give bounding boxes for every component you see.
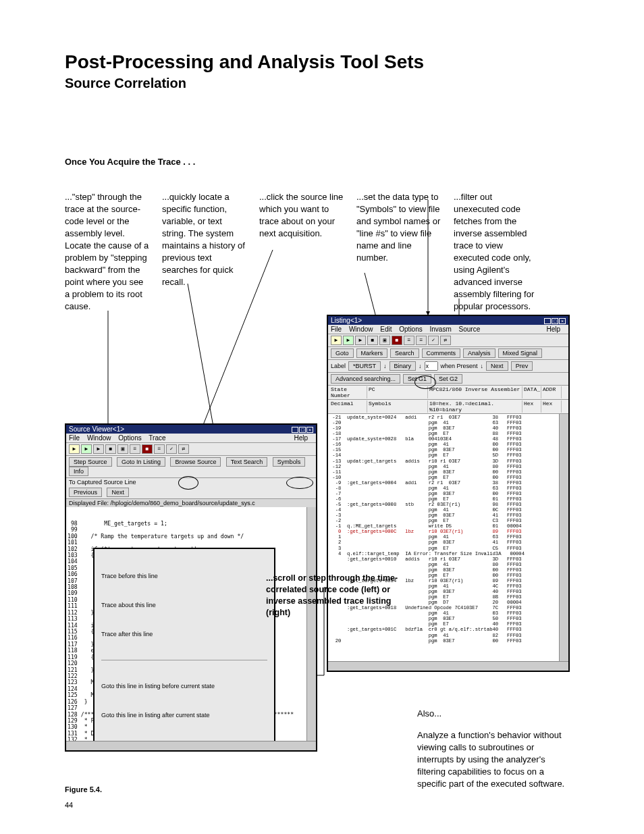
- source-code-area[interactable]: 98 ME_get_targets = 1; 99 100 /* Ramp th…: [66, 507, 316, 750]
- x-input[interactable]: [425, 361, 438, 371]
- adv-search-button[interactable]: Advanced searching...: [331, 374, 400, 384]
- next-btn[interactable]: Next: [486, 361, 508, 371]
- tool-icon[interactable]: ▶: [93, 444, 104, 454]
- col-data: DATA_: [522, 386, 541, 398]
- listing-header: State Number PC MPC821/860 Inverse Assem…: [328, 386, 568, 400]
- listing-row: -11 pgm 03E7 00 FFF03: [329, 469, 567, 475]
- window-buttons[interactable]: _□×: [291, 425, 313, 433]
- listing-row: -21 update_syste+0024 addi r2 r1 03E7 38…: [329, 415, 567, 420]
- listing-row: 1 pgm 41 63 FFF03: [329, 534, 567, 540]
- previous-button[interactable]: Previous: [69, 488, 102, 497]
- tab-analysis[interactable]: Analysis: [463, 348, 495, 358]
- scrollbar-horizontal[interactable]: [328, 661, 568, 671]
- browse-source-button[interactable]: Browse Source: [170, 457, 221, 467]
- goto-listing-button[interactable]: Goto In Listing: [117, 457, 165, 467]
- menu-window[interactable]: Window: [87, 434, 111, 442]
- sub-decimal: Decimal: [329, 400, 367, 413]
- callout-2: ...quickly locate a specific function, v…: [162, 191, 247, 312]
- down-arrow-icon[interactable]: ↓: [419, 363, 422, 369]
- menu-file[interactable]: File: [69, 434, 80, 442]
- binary-button[interactable]: Binary: [390, 361, 417, 371]
- label-value[interactable]: *BURST: [348, 361, 381, 371]
- listing-row: -3 pgm 03E7 41 FFF03: [329, 513, 567, 518]
- menu-trace[interactable]: Trace: [149, 434, 165, 442]
- info-button[interactable]: Info: [69, 467, 88, 476]
- ctx-goto-after[interactable]: Goto this line in listing after current …: [101, 710, 267, 720]
- tool-icon[interactable]: ▶: [69, 444, 80, 454]
- down-arrow-icon[interactable]: ↓: [383, 363, 387, 369]
- tool-icon[interactable]: ■: [142, 444, 153, 454]
- down-arrow-icon[interactable]: ↓: [481, 363, 484, 369]
- tab-search[interactable]: Search: [390, 348, 419, 358]
- scrollbar-vertical[interactable]: [559, 414, 568, 661]
- set-g2-button[interactable]: Set G2: [434, 374, 462, 384]
- tool-icon[interactable]: ✓: [166, 444, 177, 454]
- scrollbar-vertical[interactable]: [306, 507, 316, 741]
- tool-icon[interactable]: ⇄: [178, 444, 189, 454]
- source-viewer-toolbar[interactable]: ▶ ▶ ▶ ■ ▣ ≡ ■ ≡ ✓ ⇄: [66, 443, 316, 456]
- ctx-trace-after[interactable]: Trace after this line: [101, 629, 267, 639]
- tool-icon[interactable]: ▶: [355, 336, 366, 345]
- page-subtitle: Source Correlation: [65, 76, 583, 91]
- tool-icon[interactable]: ≡: [130, 444, 140, 454]
- prev-btn[interactable]: Prev: [511, 361, 533, 371]
- listing-row: 20 pgm 03E7 00 FFF03: [329, 638, 567, 644]
- listing-row: pgm 41 80 FFF03: [329, 562, 567, 567]
- menu-help[interactable]: Help: [546, 325, 560, 333]
- tool-icon[interactable]: ■: [392, 336, 402, 345]
- listing-tabbar[interactable]: Goto Markers Search Comments Analysis Mi…: [328, 347, 568, 360]
- tool-icon[interactable]: ▶: [81, 444, 92, 454]
- tool-icon[interactable]: ▶: [343, 336, 354, 345]
- listing-row: -12 pgm 41 80 FFF03: [329, 464, 567, 469]
- tool-icon[interactable]: ⇄: [440, 336, 451, 345]
- step-source-button[interactable]: Step Source: [69, 457, 112, 467]
- symbols-button[interactable]: Symbols: [273, 457, 306, 467]
- tool-icon[interactable]: ✓: [428, 336, 439, 345]
- menu-options[interactable]: Options: [399, 325, 422, 333]
- listing-row: -5 :get_targets+0008 stb r2 03E7(r1) 98 …: [329, 502, 567, 507]
- tool-icon[interactable]: ▣: [117, 444, 128, 454]
- tab-goto[interactable]: Goto: [331, 348, 354, 358]
- menu-source[interactable]: Source: [459, 325, 481, 333]
- tab-markers[interactable]: Markers: [356, 348, 388, 358]
- menu-window[interactable]: Window: [349, 325, 373, 333]
- menu-file[interactable]: File: [331, 325, 342, 333]
- source-viewer-button-row: Step Source Goto In Listing Browse Sourc…: [66, 456, 316, 478]
- menu-edit[interactable]: Edit: [380, 325, 392, 333]
- tool-icon[interactable]: ■: [367, 336, 378, 345]
- tool-icon[interactable]: ▶: [331, 336, 342, 345]
- tab-mixed-signal[interactable]: Mixed Signal: [498, 348, 543, 358]
- listing-toolbar[interactable]: ▶ ▶ ▶ ■ ▣ ■ ≡ ≡ ✓ ⇄: [328, 334, 568, 347]
- ctx-trace-about[interactable]: Trace about this line: [101, 600, 267, 610]
- menu-help[interactable]: Help: [294, 434, 308, 442]
- tab-comments[interactable]: Comments: [422, 348, 461, 358]
- scrollbar-horizontal[interactable]: [66, 741, 316, 750]
- window-buttons[interactable]: _□×: [543, 317, 566, 324]
- next-button[interactable]: Next: [107, 488, 129, 497]
- tool-icon[interactable]: ≡: [416, 336, 427, 345]
- source-viewer-menubar[interactable]: File Window Options Trace Help: [66, 434, 316, 443]
- callout-3: ...click the source line which you want …: [259, 191, 344, 312]
- annotation-circle: [286, 477, 313, 489]
- menu-options[interactable]: Options: [118, 434, 141, 442]
- callout-row: ..."step" through the trace at the sourc…: [65, 191, 583, 312]
- tool-icon[interactable]: ▣: [379, 336, 390, 345]
- listing-row: :get_targets+001C bdzfla cr0 gt a/q.elf:…: [329, 627, 567, 632]
- col-pc: PC: [367, 386, 428, 398]
- sub-base: 10=hex. 10.=decimal. %10=binary: [428, 400, 522, 413]
- ctx-goto-before[interactable]: Goto this line in listing before current…: [101, 681, 267, 691]
- listing-area[interactable]: -21 update_syste+0024 addi r2 r1 03E7 38…: [328, 414, 568, 671]
- col-assembler: MPC821/860 Inverse Assembler: [428, 386, 522, 398]
- context-menu[interactable]: Trace before this line Trace about this …: [93, 548, 275, 744]
- label-text: Label: [331, 363, 346, 369]
- tool-icon[interactable]: ■: [105, 444, 116, 454]
- ctx-trace-before[interactable]: Trace before this line: [101, 571, 267, 581]
- tool-icon[interactable]: ≡: [404, 336, 414, 345]
- text-search-button[interactable]: Text Search: [226, 457, 268, 467]
- listing-row: pgm 41 82 FFF03: [329, 633, 567, 638]
- when-label: when Present: [441, 363, 478, 369]
- tool-icon[interactable]: ≡: [154, 444, 165, 454]
- menu-invasm[interactable]: Invasm: [430, 325, 452, 333]
- listing-row: pgm E7 40 FFF03: [329, 621, 567, 627]
- listing-menubar[interactable]: File Window Edit Options Invasm Source H…: [328, 325, 568, 334]
